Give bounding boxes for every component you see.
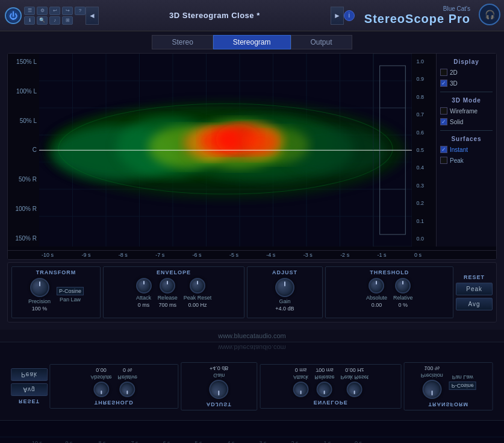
mirror-transform: TRANSFORM Precision 100 % P-Cosine Pan L… [404,363,493,411]
x-axis: -10 s -9 s -8 s -7 s -6 s -5 s -4 s -3 s… [8,250,496,259]
peak-reset-button[interactable]: Peak [456,283,493,295]
undo-icon[interactable]: ↩ [49,7,60,15]
wireframe-item[interactable]: Wireframe [440,107,493,115]
website-mirror: www.bluecataudio.com [0,342,504,353]
gain-group: Gain +4.0 dB [275,278,294,312]
reset-section: RESET Peak Avg [456,266,493,318]
search-icon[interactable]: 🔍 [37,16,48,25]
bottom-area: -10 s -9 s -8 s -7 s -6 s -5 s -4 s -3 s… [0,420,504,443]
power-button[interactable] [5,7,22,24]
peak-label: Peak [450,157,464,164]
relative-group: Relative 0 % [393,278,413,308]
scale-0.6: 0.6 [416,130,424,136]
gain-value: +4.0 dB [275,306,294,312]
x-label-9: -9 s [81,252,90,258]
color-scale-area: 1.0 0.9 0.8 0.7 0.6 0.5 0.4 0.3 0.2 0.1 … [412,54,436,247]
solid-label: Solid [450,119,463,125]
mode-2d-checkbox[interactable] [440,69,447,76]
svg-text:-7 s: -7 s [129,440,138,443]
y-label-150r: 150% R [10,235,37,242]
redo-icon[interactable]: ↪ [62,7,73,15]
tab-stereogram[interactable]: Stereogram [213,35,291,49]
wireframe-checkbox[interactable] [440,107,447,115]
scale-0.4: 0.4 [416,165,424,171]
mode-3d-item[interactable]: 3D [440,80,493,87]
scale-0.8: 0.8 [416,94,424,100]
preset-next-button[interactable]: ► [331,7,344,25]
website-bar: www.bluecataudio.com [0,330,504,342]
threshold-knobs: Absolute 0.00 Relative 0 % [366,278,413,308]
adjust-title: ADJUST [272,269,297,275]
midi-icon[interactable]: ♪ [49,16,60,25]
attack-value: 0 ms [138,302,150,308]
precision-group: Precision 100 % [28,278,51,312]
precision-knob[interactable] [30,278,49,297]
avg-reset-button[interactable]: Avg [456,298,493,310]
relative-label: Relative [393,295,413,301]
x-label-1: -1 s [378,252,387,258]
wireframe-label: Wireframe [450,108,478,115]
info-icon[interactable]: ℹ [24,16,35,25]
absolute-label: Absolute [366,295,387,301]
threshold-section: THRESHOLD Absolute 0.00 Relative 0 % [325,266,453,318]
brand-sub: Blue Cat's [443,5,470,12]
divider-1 [440,92,493,92]
param-icon[interactable]: ⊞ [62,16,73,25]
scale-0.2: 0.2 [416,200,424,206]
svg-rect-38 [0,421,504,443]
peak-reset-knob[interactable] [190,278,205,294]
gain-label: Gain [279,298,290,304]
absolute-value: 0.00 [372,302,382,308]
mirror-threshold: THRESHOLD Absolute 0.00 Relative 0 % [50,365,179,409]
solid-checkbox[interactable] [440,118,447,125]
pan-law-select[interactable]: P-Cosine [57,287,84,295]
brand-name: StereoScope Pro [364,12,470,26]
tab-stereo[interactable]: Stereo [152,35,213,49]
preset-info-button[interactable]: i [344,10,355,21]
x-label-4: -4 s [266,252,275,258]
relative-knob[interactable] [395,278,411,294]
right-panel: Display 2D 3D 3D Mode Wireframe [436,54,496,247]
svg-text:-4 s: -4 s [225,440,235,443]
mode-3d-checkbox[interactable] [440,80,447,87]
scale-0.9: 0.9 [416,76,424,82]
peak-reset-group: Peak Reset 0.00 Hz [184,278,212,308]
svg-text:-3 s: -3 s [257,440,267,443]
display-area: 150% L 100% L 50% L C 50% R 100% R 150% … [8,54,496,247]
pan-law-group: P-Cosine Pan Law [57,287,84,303]
peak-checkbox[interactable] [440,157,447,164]
instant-item[interactable]: Instant [440,146,493,153]
preset-prev-button[interactable]: ◄ [86,7,99,25]
peak-reset-value: 0.00 Hz [188,302,207,308]
release-knob[interactable] [160,278,175,294]
instant-checkbox[interactable] [440,146,447,153]
peak-reset-label: Peak Reset [184,295,212,301]
reset-title: RESET [456,274,493,280]
toolbar-left: ☰ ⚙ ↩ ↪ ? ℹ 🔍 ♪ ⊞ [5,7,86,25]
y-label-c: C [10,146,37,153]
svg-text:-6 s: -6 s [161,440,170,443]
mode-2d-item[interactable]: 2D [440,69,493,76]
menu-icon[interactable]: ☰ [24,7,35,15]
x-label-8: -8 s [119,252,128,258]
y-axis: 150% L 100% L 50% L C 50% R 100% R 150% … [8,54,39,247]
attack-knob[interactable] [136,278,152,294]
preset-name: 3D Stereogram Close * [99,11,331,20]
peak-item[interactable]: Peak [440,157,493,164]
settings-icon[interactable]: ⚙ [37,7,48,15]
x-label-7: -7 s [155,252,164,258]
tab-bar: Stereo Stereogram Output [7,31,497,53]
svg-text:-9 s: -9 s [63,440,73,443]
x-label-2: -2 s [340,252,349,258]
precision-label: Precision [28,298,51,304]
tab-output[interactable]: Output [291,35,352,49]
y-label-150l: 150% L [10,58,37,65]
absolute-knob[interactable] [369,278,384,294]
release-group: Release 700 ms [158,278,178,308]
envelope-knobs: Attack 0 ms Release 700 ms Peak Reset 0.… [136,278,212,308]
solid-item[interactable]: Solid [440,118,493,125]
help-icon[interactable]: ? [75,7,86,15]
gain-knob[interactable] [275,278,294,297]
mirror-precision-knob [422,380,441,400]
y-label-100l: 100% L [10,88,37,95]
